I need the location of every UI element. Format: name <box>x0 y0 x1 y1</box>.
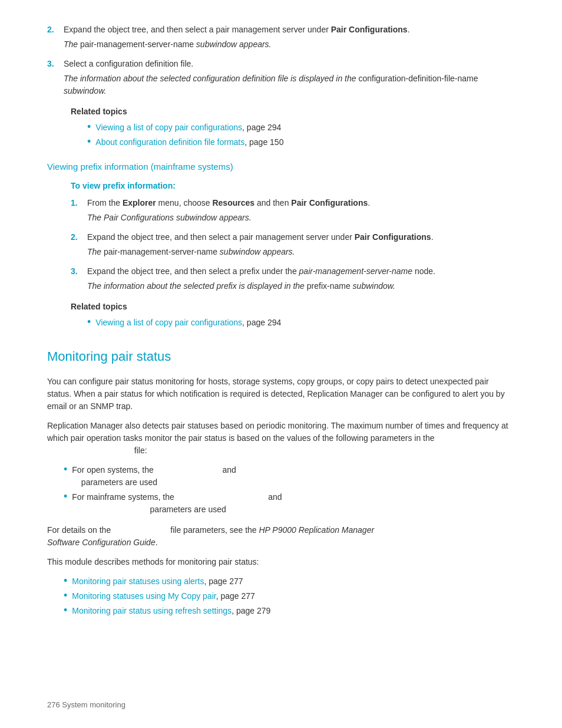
prefix-step-3-note: The information about the selected prefi… <box>87 280 515 292</box>
link-copy-pair-configs-1[interactable]: Viewing a list of copy pair configuratio… <box>95 123 242 132</box>
step-3-block: 3. Select a configuration definition fil… <box>47 58 515 97</box>
monitoring-bullet-item-1: • For open systems, the and parameters a… <box>64 464 515 489</box>
prefix-step-3-text: Expand the object tree, and then select … <box>87 265 515 278</box>
bullet-icon: • <box>64 575 67 588</box>
monitoring-bullet-1-text: For open systems, the and parameters are… <box>72 464 236 489</box>
related-topic-item: • Viewing a list of copy pair configurat… <box>87 121 515 134</box>
monitoring-links-list: • Monitoring pair statuses using alerts,… <box>64 575 515 617</box>
prefix-step-1-number: 1. <box>71 197 81 209</box>
related-topics-list-2: • Viewing a list of copy pair configurat… <box>87 317 515 329</box>
related-topics-list-1: • Viewing a list of copy pair configurat… <box>87 121 515 149</box>
monitoring-link-item-1: • Monitoring pair statuses using alerts,… <box>64 575 515 588</box>
prefix-step-2-number: 2. <box>71 231 81 243</box>
prefix-step-2-note: The pair-management-server-name subwindo… <box>87 246 515 258</box>
step-2-number: 2. <box>47 24 58 36</box>
monitoring-link-1[interactable]: Monitoring pair statuses using alerts, p… <box>72 575 243 588</box>
subsection-title-prefix: Viewing prefix information (mainframe sy… <box>47 160 515 174</box>
page: 2. Expand the object tree, and then sele… <box>0 0 562 728</box>
related-topic-link[interactable]: About configuration definition file form… <box>95 136 283 149</box>
link-copy-pair-configs-2[interactable]: Viewing a list of copy pair configuratio… <box>95 318 242 327</box>
prefix-step-2-text: Expand the object tree, and then select … <box>87 231 515 243</box>
related-topics-label-2: Related topics <box>71 301 515 313</box>
step-2-note: The pair-management-server-name subwindo… <box>64 38 515 51</box>
link-config-def-formats[interactable]: About configuration definition file form… <box>95 137 244 147</box>
related-topics-1: Related topics • Viewing a list of copy … <box>71 106 515 149</box>
monitoring-para-2: Replication Manager also detects pair st… <box>47 420 515 457</box>
prefix-step-1-note: The Pair Configurations subwindow appear… <box>87 212 515 224</box>
main-section-title-monitoring: Monitoring pair status <box>47 347 515 366</box>
monitoring-bullet-list: • For open systems, the and parameters a… <box>64 464 515 516</box>
bullet-icon: • <box>64 604 67 617</box>
step-3-note: The information about the selected confi… <box>64 73 515 97</box>
link-monitoring-my-copy-groups[interactable]: Monitoring statuses using My Copy pair <box>72 591 216 601</box>
step-3-number: 3. <box>47 58 58 70</box>
related-topic-link[interactable]: Viewing a list of copy pair configuratio… <box>95 317 281 329</box>
monitoring-link-2[interactable]: Monitoring statuses using My Copy pair, … <box>72 590 255 602</box>
monitoring-bullet-2-text: For mainframe systems, the and parameter… <box>72 491 282 516</box>
prefix-step-2-block: 2. Expand the object tree, and then sele… <box>71 231 515 258</box>
page-footer: 276 System monitoring <box>47 699 125 711</box>
prefix-section-content: To view prefix information: 1. From the … <box>71 180 515 329</box>
monitoring-bullet-item-2: • For mainframe systems, the and paramet… <box>64 491 515 516</box>
related-topics-label-1: Related topics <box>71 106 515 118</box>
bullet-icon: • <box>87 121 91 134</box>
monitoring-para-4: This module describes methods for monito… <box>47 556 515 568</box>
prefix-step-1-block: 1. From the Explorer menu, choose Resour… <box>71 197 515 224</box>
related-topic-item: • Viewing a list of copy pair configurat… <box>87 317 515 329</box>
prefix-step-3-number: 3. <box>71 265 81 278</box>
step-2-block: 2. Expand the object tree, and then sele… <box>47 24 515 51</box>
bullet-icon: • <box>64 490 67 503</box>
procedure-label-prefix: To view prefix information: <box>71 180 515 192</box>
prefix-step-3-block: 3. Expand the object tree, and then sele… <box>71 265 515 292</box>
bullet-icon: • <box>64 463 67 476</box>
pair-configurations-bold: Pair Configurations <box>331 25 408 34</box>
monitoring-link-3[interactable]: Monitoring pair status using refresh set… <box>72 605 270 617</box>
step-3-text: Select a configuration definition file. <box>64 58 515 70</box>
bullet-icon: • <box>64 589 67 602</box>
link-monitoring-alerts[interactable]: Monitoring pair statuses using alerts <box>72 577 204 586</box>
monitoring-para-3: For details on the file parameters, see … <box>47 524 515 549</box>
related-topic-link[interactable]: Viewing a list of copy pair configuratio… <box>95 121 281 134</box>
monitoring-link-item-3: • Monitoring pair status using refresh s… <box>64 605 515 617</box>
related-topic-item: • About configuration definition file fo… <box>87 136 515 149</box>
monitoring-link-item-2: • Monitoring statuses using My Copy pair… <box>64 590 515 602</box>
link-monitoring-refresh[interactable]: Monitoring pair status using refresh set… <box>72 606 232 615</box>
prefix-step-1-text: From the Explorer menu, choose Resources… <box>87 197 515 209</box>
step-2-text: Expand the object tree, and then select … <box>64 24 515 36</box>
bullet-icon: • <box>87 136 91 149</box>
bullet-icon: • <box>87 316 91 329</box>
monitoring-para-1: You can configure pair status monitoring… <box>47 375 515 413</box>
